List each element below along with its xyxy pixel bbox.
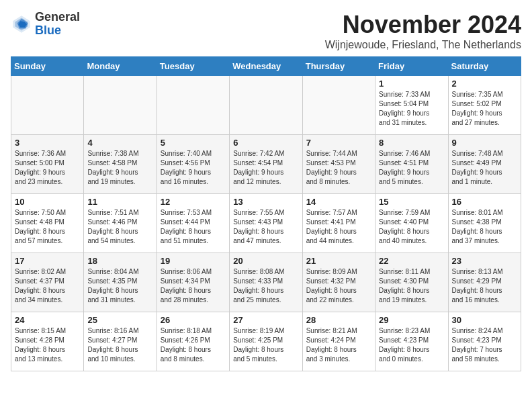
day-info: Sunrise: 8:09 AM Sunset: 4:32 PM Dayligh…: [306, 267, 371, 305]
day-number: 21: [306, 256, 371, 266]
day-info: Sunrise: 8:24 AM Sunset: 4:23 PM Dayligh…: [452, 326, 517, 364]
day-info: Sunrise: 8:02 AM Sunset: 4:37 PM Dayligh…: [15, 267, 80, 305]
day-number: 19: [161, 256, 226, 266]
day-number: 30: [452, 315, 517, 325]
calendar-cell: 8Sunrise: 7:46 AM Sunset: 4:51 PM Daylig…: [375, 135, 448, 194]
calendar-week-row: 1Sunrise: 7:33 AM Sunset: 5:04 PM Daylig…: [11, 76, 521, 135]
calendar-cell: 29Sunrise: 8:23 AM Sunset: 4:23 PM Dayli…: [375, 312, 448, 371]
day-number: 2: [452, 79, 517, 89]
calendar-cell: 24Sunrise: 8:15 AM Sunset: 4:28 PM Dayli…: [11, 312, 84, 371]
location: Wijnjewoude, Friesland, The Netherlands: [325, 39, 521, 51]
day-info: Sunrise: 7:33 AM Sunset: 5:04 PM Dayligh…: [379, 90, 444, 128]
day-info: Sunrise: 7:44 AM Sunset: 4:53 PM Dayligh…: [306, 149, 371, 187]
weekday-header-friday: Friday: [375, 57, 448, 76]
calendar-body: 1Sunrise: 7:33 AM Sunset: 5:04 PM Daylig…: [11, 76, 521, 371]
day-info: Sunrise: 8:21 AM Sunset: 4:24 PM Dayligh…: [306, 326, 371, 364]
day-number: 12: [161, 197, 226, 207]
calendar-cell: 19Sunrise: 8:06 AM Sunset: 4:34 PM Dayli…: [157, 253, 229, 312]
day-info: Sunrise: 7:36 AM Sunset: 5:00 PM Dayligh…: [15, 149, 80, 187]
day-info: Sunrise: 7:51 AM Sunset: 4:46 PM Dayligh…: [87, 208, 152, 246]
day-info: Sunrise: 7:59 AM Sunset: 4:40 PM Dayligh…: [379, 208, 444, 246]
calendar-cell: 26Sunrise: 8:18 AM Sunset: 4:26 PM Dayli…: [157, 312, 229, 371]
weekday-header-monday: Monday: [84, 57, 157, 76]
calendar-cell: 3Sunrise: 7:36 AM Sunset: 5:00 PM Daylig…: [11, 135, 84, 194]
weekday-header-thursday: Thursday: [302, 57, 375, 76]
calendar-header: SundayMondayTuesdayWednesdayThursdayFrid…: [11, 57, 521, 76]
calendar-cell: 13Sunrise: 7:55 AM Sunset: 4:43 PM Dayli…: [230, 194, 302, 253]
day-number: 14: [306, 197, 371, 207]
weekday-header-wednesday: Wednesday: [230, 57, 302, 76]
calendar-cell: 14Sunrise: 7:57 AM Sunset: 4:41 PM Dayli…: [302, 194, 375, 253]
calendar-week-row: 3Sunrise: 7:36 AM Sunset: 5:00 PM Daylig…: [11, 135, 521, 194]
calendar-cell: 17Sunrise: 8:02 AM Sunset: 4:37 PM Dayli…: [11, 253, 84, 312]
calendar-week-row: 24Sunrise: 8:15 AM Sunset: 4:28 PM Dayli…: [11, 312, 521, 371]
calendar-cell: 10Sunrise: 7:50 AM Sunset: 4:48 PM Dayli…: [11, 194, 84, 253]
day-info: Sunrise: 8:01 AM Sunset: 4:38 PM Dayligh…: [452, 208, 517, 246]
day-number: 26: [161, 315, 226, 325]
day-number: 23: [452, 256, 517, 266]
day-number: 24: [15, 315, 80, 325]
day-info: Sunrise: 8:19 AM Sunset: 4:25 PM Dayligh…: [233, 326, 298, 364]
day-info: Sunrise: 7:35 AM Sunset: 5:02 PM Dayligh…: [452, 90, 517, 128]
calendar-cell: [302, 76, 375, 135]
calendar-cell: 20Sunrise: 8:08 AM Sunset: 4:33 PM Dayli…: [230, 253, 302, 312]
header: General Blue November 2024 Wijnjewoude, …: [11, 11, 521, 51]
day-number: 8: [379, 138, 444, 148]
weekday-header-tuesday: Tuesday: [157, 57, 229, 76]
title-area: November 2024 Wijnjewoude, Friesland, Th…: [325, 11, 521, 51]
logo-icon: [11, 13, 32, 35]
day-number: 20: [233, 256, 298, 266]
calendar-cell: 1Sunrise: 7:33 AM Sunset: 5:04 PM Daylig…: [375, 76, 448, 135]
calendar-cell: 23Sunrise: 8:13 AM Sunset: 4:29 PM Dayli…: [448, 253, 521, 312]
day-number: 15: [379, 197, 444, 207]
calendar-cell: [157, 76, 229, 135]
day-number: 9: [452, 138, 517, 148]
calendar-cell: 27Sunrise: 8:19 AM Sunset: 4:25 PM Dayli…: [230, 312, 302, 371]
day-info: Sunrise: 7:57 AM Sunset: 4:41 PM Dayligh…: [306, 208, 371, 246]
day-number: 17: [15, 256, 80, 266]
day-info: Sunrise: 8:06 AM Sunset: 4:34 PM Dayligh…: [161, 267, 226, 305]
day-info: Sunrise: 7:38 AM Sunset: 4:58 PM Dayligh…: [87, 149, 152, 187]
day-number: 11: [87, 197, 152, 207]
calendar-cell: 2Sunrise: 7:35 AM Sunset: 5:02 PM Daylig…: [448, 76, 521, 135]
day-info: Sunrise: 7:50 AM Sunset: 4:48 PM Dayligh…: [15, 208, 80, 246]
month-title: November 2024: [325, 11, 521, 39]
calendar-week-row: 17Sunrise: 8:02 AM Sunset: 4:37 PM Dayli…: [11, 253, 521, 312]
calendar-cell: 28Sunrise: 8:21 AM Sunset: 4:24 PM Dayli…: [302, 312, 375, 371]
day-number: 5: [161, 138, 226, 148]
calendar-week-row: 10Sunrise: 7:50 AM Sunset: 4:48 PM Dayli…: [11, 194, 521, 253]
weekday-header-saturday: Saturday: [448, 57, 521, 76]
calendar-cell: 9Sunrise: 7:48 AM Sunset: 4:49 PM Daylig…: [448, 135, 521, 194]
day-number: 6: [233, 138, 298, 148]
day-info: Sunrise: 8:13 AM Sunset: 4:29 PM Dayligh…: [452, 267, 517, 305]
day-number: 7: [306, 138, 371, 148]
day-number: 18: [87, 256, 152, 266]
calendar-cell: [11, 76, 84, 135]
day-number: 3: [15, 138, 80, 148]
calendar-cell: 5Sunrise: 7:40 AM Sunset: 4:56 PM Daylig…: [157, 135, 229, 194]
day-info: Sunrise: 8:15 AM Sunset: 4:28 PM Dayligh…: [15, 326, 80, 364]
day-number: 28: [306, 315, 371, 325]
calendar-cell: 22Sunrise: 8:11 AM Sunset: 4:30 PM Dayli…: [375, 253, 448, 312]
day-number: 29: [379, 315, 444, 325]
day-info: Sunrise: 8:23 AM Sunset: 4:23 PM Dayligh…: [379, 326, 444, 364]
day-number: 27: [233, 315, 298, 325]
day-info: Sunrise: 8:04 AM Sunset: 4:35 PM Dayligh…: [87, 267, 152, 305]
calendar-cell: 25Sunrise: 8:16 AM Sunset: 4:27 PM Dayli…: [84, 312, 157, 371]
calendar-cell: 30Sunrise: 8:24 AM Sunset: 4:23 PM Dayli…: [448, 312, 521, 371]
calendar-cell: 6Sunrise: 7:42 AM Sunset: 4:54 PM Daylig…: [230, 135, 302, 194]
calendar-cell: 12Sunrise: 7:53 AM Sunset: 4:44 PM Dayli…: [157, 194, 229, 253]
day-info: Sunrise: 7:53 AM Sunset: 4:44 PM Dayligh…: [161, 208, 226, 246]
calendar-cell: 16Sunrise: 8:01 AM Sunset: 4:38 PM Dayli…: [448, 194, 521, 253]
calendar-table: SundayMondayTuesdayWednesdayThursdayFrid…: [11, 56, 521, 371]
day-info: Sunrise: 8:08 AM Sunset: 4:33 PM Dayligh…: [233, 267, 298, 305]
day-info: Sunrise: 7:48 AM Sunset: 4:49 PM Dayligh…: [452, 149, 517, 187]
calendar-cell: [230, 76, 302, 135]
weekday-header-sunday: Sunday: [11, 57, 84, 76]
calendar-cell: 11Sunrise: 7:51 AM Sunset: 4:46 PM Dayli…: [84, 194, 157, 253]
day-number: 10: [15, 197, 80, 207]
weekday-header-row: SundayMondayTuesdayWednesdayThursdayFrid…: [11, 57, 521, 76]
calendar-cell: [84, 76, 157, 135]
logo: General Blue: [11, 11, 80, 38]
day-info: Sunrise: 8:18 AM Sunset: 4:26 PM Dayligh…: [161, 326, 226, 364]
